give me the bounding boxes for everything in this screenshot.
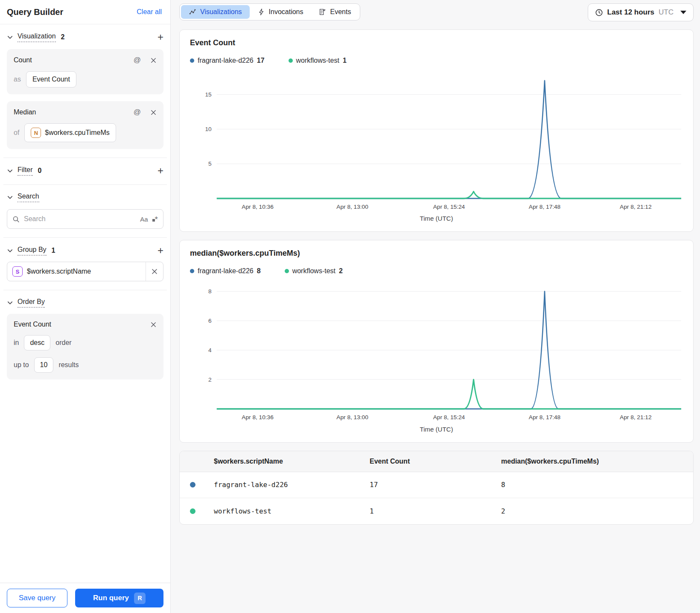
chart-legend: fragrant-lake-d226 17 workflows-test 1 (190, 57, 683, 64)
filter-count: 0 (38, 167, 42, 175)
number-type-icon: N (31, 128, 41, 138)
legend-item[interactable]: workflows-test 1 (289, 57, 347, 64)
table-row[interactable]: workflows-test 1 2 (180, 498, 693, 524)
median-cell: 2 (501, 507, 693, 515)
sidebar-title: Query Builder (7, 7, 63, 17)
column-header-median[interactable]: median($workers.cpuTimeMs) (501, 458, 693, 465)
legend-item[interactable]: fragrant-lake-d226 8 (190, 267, 261, 275)
run-shortcut-badge: R (134, 593, 146, 604)
match-case-icon[interactable]: Aa (140, 216, 148, 223)
svg-text:Apr 8, 13:00: Apr 8, 13:00 (336, 204, 368, 210)
save-query-button[interactable]: Save query (7, 589, 67, 607)
search-input[interactable] (24, 215, 136, 223)
filter-section: Filter 0 + (3, 158, 167, 185)
string-type-icon: S (12, 266, 23, 277)
median-cell: 8 (501, 481, 693, 489)
visualization-section-label: Visualization (18, 32, 56, 42)
sort-direction-selector[interactable]: desc (24, 335, 50, 350)
x-axis-title: Time (UTC) (190, 215, 683, 222)
svg-text:Apr 8, 10:36: Apr 8, 10:36 (242, 204, 273, 210)
chevron-down-icon[interactable] (7, 168, 13, 174)
line-chart-plot[interactable]: 2468Apr 8, 10:36Apr 8, 13:00Apr 8, 15:24… (190, 281, 683, 424)
series-dot (190, 508, 195, 514)
chart-title: Event Count (190, 38, 683, 47)
order-by-section-label: Order By (18, 298, 45, 308)
attribute-icon[interactable]: @ (134, 108, 141, 117)
chart-legend: fragrant-lake-d226 8 workflows-test 2 (190, 267, 683, 275)
clear-all-button[interactable]: Clear all (137, 8, 162, 16)
visualization-card-count: Count @ as Event Count (7, 49, 163, 94)
tab-visualizations[interactable]: Visualizations (181, 5, 250, 19)
in-label: in (14, 339, 19, 347)
legend-item[interactable]: fragrant-lake-d226 17 (190, 57, 265, 64)
of-label: of (14, 129, 19, 137)
column-header-scriptname[interactable]: $workers.scriptName (214, 458, 370, 465)
time-range-selector[interactable]: Last 12 hours UTC (588, 3, 694, 21)
add-visualization-button[interactable]: + (158, 32, 163, 42)
series-dot (190, 269, 194, 273)
search-icon (12, 216, 20, 223)
remove-visualization-icon[interactable] (150, 109, 157, 116)
attribute-icon[interactable]: @ (134, 56, 141, 64)
add-group-by-button[interactable]: + (158, 245, 163, 256)
order-by-section: Order By Event Count in desc order (3, 290, 167, 388)
run-query-button[interactable]: Run query R (75, 589, 163, 607)
median-field-selector[interactable]: N $workers.cpuTimeMs (24, 123, 116, 142)
search-section: Search Aa * (3, 185, 167, 238)
svg-text:2: 2 (208, 377, 212, 383)
table-header-row: $workers.scriptName Event Count median($… (180, 451, 693, 472)
tab-invocations[interactable]: Invocations (250, 5, 311, 19)
series-dot (190, 58, 194, 63)
svg-text:5: 5 (208, 161, 212, 167)
visualization-card-median: Median @ of N $workers.cpuTimeMs (7, 101, 163, 149)
query-builder-sidebar: Query Builder Clear all Visualization 2 … (0, 0, 171, 613)
timezone-label: UTC (659, 8, 674, 17)
result-limit-input[interactable]: 10 (34, 357, 54, 373)
svg-text:Apr 8, 17:48: Apr 8, 17:48 (529, 204, 560, 210)
svg-text:8: 8 (208, 288, 212, 295)
group-by-item[interactable]: S $workers.scriptName (7, 262, 163, 281)
x-axis-title: Time (UTC) (190, 426, 683, 433)
visualization-section: Visualization 2 + Count @ as (3, 24, 167, 158)
upto-label: up to (14, 361, 29, 369)
group-by-section: Group By 1 + S $workers.scriptName (3, 238, 167, 290)
visualization-alias-field[interactable]: Event Count (26, 71, 76, 88)
add-filter-button[interactable]: + (158, 166, 163, 176)
view-tabs: Visualizations Invocations Events (179, 3, 360, 20)
svg-text:Apr 8, 21:12: Apr 8, 21:12 (620, 204, 651, 210)
svg-text:15: 15 (205, 91, 212, 98)
script-name-cell: fragrant-lake-d226 (214, 481, 370, 489)
table-row[interactable]: fragrant-lake-d226 17 8 (180, 472, 693, 498)
remove-group-by-icon[interactable] (151, 268, 158, 275)
chart-title: median($workers.cpuTimeMs) (190, 249, 683, 258)
svg-text:10: 10 (205, 126, 212, 132)
svg-text:Apr 8, 17:48: Apr 8, 17:48 (529, 415, 560, 421)
line-chart-plot[interactable]: 51015Apr 8, 10:36Apr 8, 13:00Apr 8, 15:2… (190, 70, 683, 214)
legend-item[interactable]: workflows-test 2 (285, 267, 343, 275)
svg-text:4: 4 (208, 347, 212, 353)
svg-text:6: 6 (208, 318, 212, 324)
document-edit-icon (318, 8, 326, 16)
group-by-count: 1 (52, 247, 55, 254)
series-dot (190, 482, 195, 487)
chevron-down-icon[interactable] (7, 194, 13, 201)
event-count-cell: 17 (370, 481, 501, 489)
chevron-down-icon[interactable] (7, 248, 13, 254)
visualization-card-title: Median (14, 108, 36, 116)
script-name-cell: workflows-test (214, 507, 370, 515)
svg-text:Apr 8, 21:12: Apr 8, 21:12 (620, 415, 651, 421)
regex-icon[interactable]: * (152, 215, 158, 223)
tab-events[interactable]: Events (311, 5, 359, 19)
main-content: Visualizations Invocations Events Last 1… (171, 0, 700, 613)
chevron-down-icon[interactable] (7, 34, 13, 41)
filter-section-label: Filter (18, 166, 33, 176)
lightning-bolt-icon (257, 8, 265, 16)
event-count-cell: 1 (370, 507, 501, 515)
column-header-event-count[interactable]: Event Count (370, 458, 501, 465)
order-by-field: Event Count (14, 321, 51, 328)
remove-visualization-icon[interactable] (150, 57, 157, 64)
remove-order-by-icon[interactable] (150, 321, 157, 328)
svg-text:Apr 8, 15:24: Apr 8, 15:24 (433, 204, 465, 210)
chevron-down-icon[interactable] (7, 300, 13, 306)
order-label: order (55, 339, 71, 347)
